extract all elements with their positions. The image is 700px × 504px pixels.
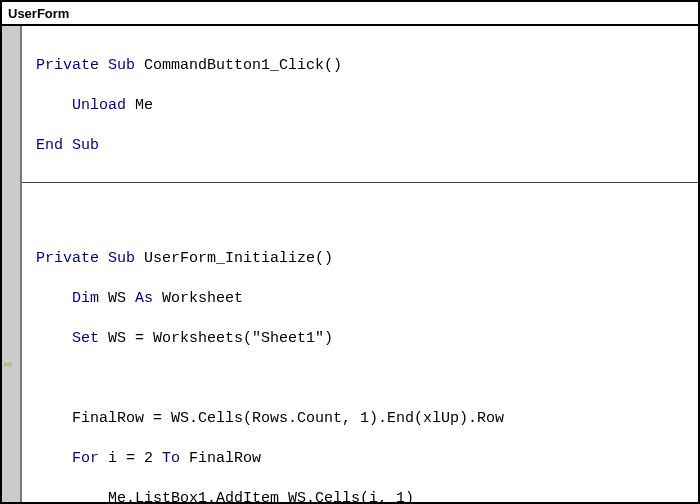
window-title: UserForm: [8, 6, 69, 21]
code-pane[interactable]: Private Sub CommandButton1_Click() Unloa…: [22, 26, 698, 502]
keyword: Set: [36, 330, 108, 347]
code-text: CommandButton1_Click(): [135, 57, 342, 74]
code-text: FinalRow: [189, 450, 261, 467]
code-line: Private Sub UserForm_Initialize(): [36, 249, 686, 269]
titlebar: UserForm: [2, 2, 698, 26]
code-text: WS: [108, 290, 135, 307]
keyword: Dim: [36, 290, 108, 307]
code-line: Me.ListBox1.AddItem WS.Cells(i, 1): [36, 489, 686, 502]
code-line: FinalRow = WS.Cells(Rows.Count, 1).End(x…: [36, 409, 686, 429]
blank-line: [36, 209, 686, 229]
code-line: Unload Me: [36, 96, 686, 116]
code-line: Private Sub CommandButton1_Click(): [36, 56, 686, 76]
execution-pointer-icon: ⇨: [4, 354, 12, 374]
code-text: UserForm_Initialize(): [135, 250, 333, 267]
keyword: Unload: [36, 97, 135, 114]
code-line: For i = 2 To FinalRow: [36, 449, 686, 469]
procedure-separator: [22, 182, 698, 183]
code-text: WS = Worksheets("Sheet1"): [108, 330, 333, 347]
code-window: UserForm ⇨ Private Sub CommandButton1_Cl…: [0, 0, 700, 504]
code-line: Dim WS As Worksheet: [36, 289, 686, 309]
code-line: End Sub: [36, 136, 686, 156]
code-text: Worksheet: [162, 290, 243, 307]
editor-body: ⇨ Private Sub CommandButton1_Click() Unl…: [2, 26, 698, 502]
code-text: i = 2: [108, 450, 162, 467]
margin-gutter[interactable]: ⇨: [2, 26, 22, 502]
keyword: Private Sub: [36, 250, 135, 267]
keyword: As: [135, 290, 162, 307]
code-line: Set WS = Worksheets("Sheet1"): [36, 329, 686, 349]
blank-line: [36, 369, 686, 389]
keyword: To: [162, 450, 189, 467]
keyword: For: [36, 450, 108, 467]
keyword: Private Sub: [36, 57, 135, 74]
code-text: Me: [135, 97, 153, 114]
keyword: End Sub: [36, 137, 99, 154]
